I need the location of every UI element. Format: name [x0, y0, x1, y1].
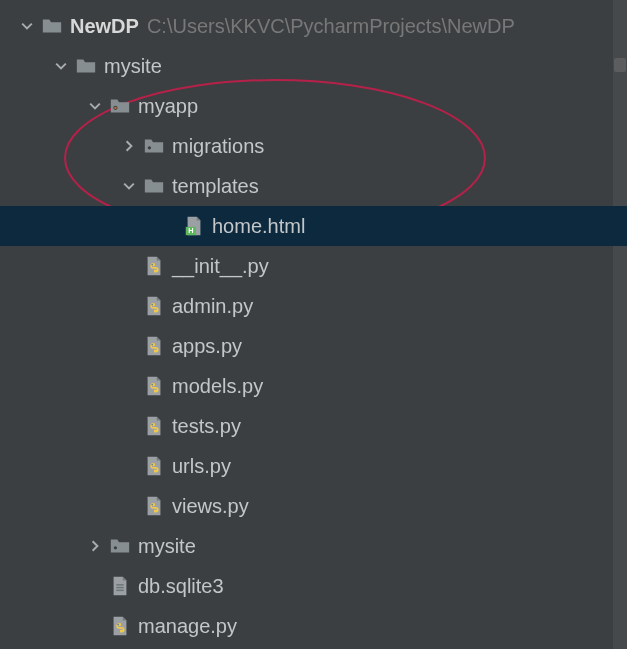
svg-point-9: [151, 384, 153, 386]
tree-row-myapp[interactable]: myapp: [0, 86, 627, 126]
tree-row-apps-py[interactable]: apps.py: [0, 326, 627, 366]
tree-label: views.py: [172, 495, 249, 518]
chevron-right-icon[interactable]: [120, 137, 138, 155]
tree-label: tests.py: [172, 415, 241, 438]
chevron-down-icon[interactable]: [18, 17, 36, 35]
project-path: C:\Users\KKVC\PycharmProjects\NewDP: [147, 15, 515, 38]
python-file-icon: [142, 254, 166, 278]
tree-label: admin.py: [172, 295, 253, 318]
tree-row-admin-py[interactable]: admin.py: [0, 286, 627, 326]
python-file-icon: [142, 334, 166, 358]
chevron-down-icon[interactable]: [52, 57, 70, 75]
python-file-icon: [142, 414, 166, 438]
project-name: NewDP: [70, 15, 139, 38]
svg-point-7: [151, 304, 153, 306]
folder-icon: [74, 54, 98, 78]
tree-label: apps.py: [172, 335, 242, 358]
svg-rect-15: [116, 587, 123, 588]
svg-point-13: [114, 546, 117, 549]
tree-label: __init__.py: [172, 255, 269, 278]
chevron-down-icon[interactable]: [120, 177, 138, 195]
folder-icon: [142, 174, 166, 198]
tree-row-urls-py[interactable]: urls.py: [0, 446, 627, 486]
tree-label: manage.py: [138, 615, 237, 638]
tree-row-migrations[interactable]: migrations: [0, 126, 627, 166]
project-tree[interactable]: NewDP C:\Users\KKVC\PycharmProjects\NewD…: [0, 0, 627, 646]
python-file-icon: [142, 374, 166, 398]
package-folder-icon: [142, 134, 166, 158]
tree-label: myapp: [138, 95, 198, 118]
tree-row-templates[interactable]: templates: [0, 166, 627, 206]
package-folder-icon: [108, 534, 132, 558]
svg-rect-16: [116, 590, 123, 591]
svg-point-17: [117, 624, 119, 626]
tree-label: mysite: [138, 535, 196, 558]
tree-label: migrations: [172, 135, 264, 158]
tree-label: db.sqlite3: [138, 575, 224, 598]
python-file-icon: [142, 454, 166, 478]
tree-row-project-root[interactable]: NewDP C:\Users\KKVC\PycharmProjects\NewD…: [0, 6, 627, 46]
svg-point-11: [151, 464, 153, 466]
tree-label: templates: [172, 175, 259, 198]
svg-point-8: [151, 344, 153, 346]
tree-label: urls.py: [172, 455, 231, 478]
python-file-icon: [108, 614, 132, 638]
tree-row-init-py[interactable]: __init__.py: [0, 246, 627, 286]
svg-point-6: [151, 264, 153, 266]
tree-row-mysite-inner[interactable]: mysite: [0, 526, 627, 566]
tree-row-manage-py[interactable]: manage.py: [0, 606, 627, 646]
tree-label: mysite: [104, 55, 162, 78]
chevron-down-icon[interactable]: [86, 97, 104, 115]
svg-point-2: [114, 107, 116, 109]
html-file-icon: H: [182, 214, 206, 238]
chevron-right-icon[interactable]: [86, 537, 104, 555]
tree-row-tests-py[interactable]: tests.py: [0, 406, 627, 446]
django-app-folder-icon: [108, 94, 132, 118]
tree-row-home-html[interactable]: H home.html: [0, 206, 627, 246]
svg-text:H: H: [188, 226, 193, 235]
file-icon: [108, 574, 132, 598]
tree-row-models-py[interactable]: models.py: [0, 366, 627, 406]
svg-point-12: [151, 504, 153, 506]
python-file-icon: [142, 494, 166, 518]
tree-label: models.py: [172, 375, 263, 398]
tree-row-mysite[interactable]: mysite: [0, 46, 627, 86]
svg-rect-14: [116, 584, 123, 585]
tree-row-db-sqlite3[interactable]: db.sqlite3: [0, 566, 627, 606]
svg-point-10: [151, 424, 153, 426]
folder-icon: [40, 14, 64, 38]
python-file-icon: [142, 294, 166, 318]
tree-row-views-py[interactable]: views.py: [0, 486, 627, 526]
tree-label: home.html: [212, 215, 305, 238]
svg-point-3: [148, 146, 151, 149]
